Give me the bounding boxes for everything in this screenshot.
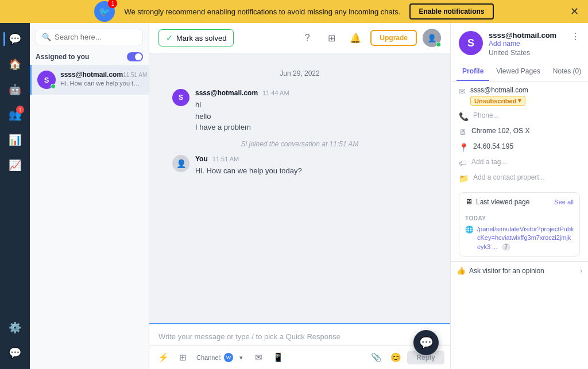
avatar-letter: S <box>44 76 49 84</box>
last-viewed-body: TODAY 🌐 /panel/simulateVisitor?projectPu… <box>459 211 579 256</box>
bot-icon: 🤖 <box>9 83 21 96</box>
conv-name: ssss@hotmail.com <box>60 71 123 79</box>
phone-detail-content: Phone... <box>473 111 580 119</box>
browser-detail-row: 🖥 Chrome 102, OS X <box>459 127 580 137</box>
page-visit-row: 🌐 /panel/simulateVisitor?projectPublicKe… <box>465 225 574 251</box>
property-detail-row: 📁 Add a contact propert... <box>459 173 580 183</box>
sidebar-item-reports[interactable]: 📊 <box>3 129 26 152</box>
detail-email-value: ssss@hotmail.com <box>470 86 580 94</box>
enable-notifications-button[interactable]: Enable notifications <box>409 3 493 20</box>
assigned-toggle[interactable] <box>127 52 143 61</box>
message-text: hi hello I have a problem <box>195 99 427 133</box>
property-placeholder[interactable]: Add a contact propert... <box>473 173 580 181</box>
property-detail-content: Add a contact propert... <box>473 173 580 181</box>
tag-detail-row: 🏷 Add a tag... <box>459 158 580 168</box>
bell-button[interactable]: 🔔 <box>346 29 365 47</box>
tab-notes[interactable]: Notes (0) <box>547 63 587 81</box>
format-button[interactable]: ⊞ <box>175 349 191 366</box>
profile-avatar: S <box>459 31 483 55</box>
ask-opinion-row[interactable]: 👍 Ask visitor for an opinion › <box>451 261 588 279</box>
agent-message-meta: You 11:51 AM <box>195 155 427 163</box>
mark-solved-button[interactable]: ✓ Mark as solved <box>158 29 234 46</box>
date-divider: Jun 29, 2022 <box>172 69 427 77</box>
notification-banner: 🐦 1 We strongly recommend enabling notif… <box>0 0 588 23</box>
dropdown-arrow-icon: ▾ <box>518 97 521 104</box>
ip-detail-content: 24.60.54.195 <box>473 142 580 150</box>
sidebar-item-analytics[interactable]: 📈 <box>3 154 26 177</box>
subscription-text: Unsubscribed <box>474 98 516 104</box>
page-url: /panel/simulateVisitor?projectPublicKey=… <box>477 225 574 251</box>
sidebar-item-chat[interactable]: 💬 <box>3 28 26 51</box>
reports-icon: 📊 <box>9 134 21 146</box>
last-viewed-icon: 🖥 <box>465 197 473 206</box>
tag-placeholder[interactable]: Add a tag... <box>471 158 580 166</box>
agent-avatar: 👤 <box>172 155 189 172</box>
sms-channel-button[interactable]: 📱 <box>270 349 286 366</box>
chat-icon: 💬 <box>9 33 21 45</box>
email-channel-button[interactable]: ✉ <box>250 349 266 366</box>
see-all-link[interactable]: See all <box>554 199 574 205</box>
folder-icon: 📁 <box>459 174 469 183</box>
tag-icon: 🏷 <box>459 158 467 168</box>
banner-text: We strongly recommend enabling notificat… <box>124 7 400 16</box>
agent-message-content: You 11:51 AM Hi. How can we help you tod… <box>195 155 427 177</box>
conv-avatar: S <box>37 71 56 89</box>
channel-icon: W <box>224 353 233 362</box>
lightning-button[interactable]: ⚡ <box>155 349 171 366</box>
main-layout: 💬 🏠 🤖 👥 1 📊 📈 ⚙️ 💬 🔍 <box>0 23 588 369</box>
thumbs-up-icon: 👍 <box>457 266 466 275</box>
channel-dropdown-button[interactable]: ▾ <box>235 352 247 363</box>
check-icon: ✓ <box>166 33 173 42</box>
url-text: /panel/simulateVisitor?projectPublicKey=… <box>477 226 574 250</box>
sidebar-item-helpchat[interactable]: 💬 <box>3 341 26 364</box>
close-banner-button[interactable]: ✕ <box>570 5 579 18</box>
help-button[interactable]: ? <box>298 29 316 47</box>
message-sender: ssss@hotmail.com <box>195 89 258 97</box>
phone-placeholder[interactable]: Phone... <box>473 111 580 119</box>
message-content: ssss@hotmail.com 11:44 AM hi hello I hav… <box>195 89 427 133</box>
profile-more-button[interactable]: ⋮ <box>571 31 580 42</box>
tab-viewed-pages[interactable]: Viewed Pages <box>490 63 546 81</box>
upgrade-button[interactable]: Upgrade <box>370 30 417 46</box>
msg-line-3: I have a problem <box>195 122 427 133</box>
profile-header: S ssss@hotmail.com Add name United State… <box>451 23 588 63</box>
search-box[interactable]: 🔍 <box>36 29 143 45</box>
channel-text: Channel: <box>196 354 222 361</box>
conv-search-header: 🔍 <box>30 23 149 49</box>
contacts-badge: 1 <box>16 106 24 114</box>
sidebar-item-settings[interactable]: ⚙️ <box>3 316 26 339</box>
tab-profile[interactable]: Profile <box>457 63 489 81</box>
add-name-link[interactable]: Add name <box>489 40 565 48</box>
phone-detail-row: 📞 Phone... <box>459 111 580 121</box>
visitor-avatar: S <box>172 89 189 106</box>
agent-message-time: 11:51 AM <box>212 156 239 162</box>
search-icon: 🔍 <box>42 33 51 41</box>
sidebar-item-contacts[interactable]: 👥 1 <box>3 103 26 126</box>
arrow-right-icon: › <box>580 267 582 275</box>
profile-country: United States <box>489 49 565 57</box>
msg-line-1: hi <box>195 99 427 111</box>
chat-header: ✓ Mark as solved ? ⊞ 🔔 Upgrade 👤 <box>149 23 450 53</box>
chat-messages: Jun 29, 2022 S ssss@hotmail.com 11:44 AM… <box>149 53 450 323</box>
sidebar-item-home[interactable]: 🏠 <box>3 53 26 76</box>
conversation-item[interactable]: S ssss@hotmail.com 11:51 AM Hi. How can … <box>30 65 149 95</box>
home-icon: 🏠 <box>9 58 21 71</box>
search-input[interactable] <box>55 33 137 41</box>
right-panel-tabs: Profile Viewed Pages Notes (0) ··· <box>451 63 588 81</box>
user-avatar-icon: 👤 <box>427 34 436 42</box>
attach-button[interactable]: 📎 <box>368 349 384 366</box>
agent-message-text: Hi. How can we help you today? <box>195 165 427 177</box>
input-toolbar: ⚡ ⊞ Channel: W ▾ ✉ 📱 📎 😊 Reply <box>149 346 450 369</box>
message-input-placeholder[interactable]: Write your message or type / to pick a Q… <box>149 324 450 346</box>
toggle-knob <box>135 53 142 60</box>
channel-label: Channel: W ▾ <box>196 352 247 363</box>
email-detail-row: ✉ ssss@hotmail.com Unsubscribed ▾ <box>459 86 580 106</box>
emoji-button[interactable]: 😊 <box>388 349 404 366</box>
location-icon: 📍 <box>459 143 469 152</box>
last-viewed-title-row: 🖥 Last viewed page <box>465 197 529 206</box>
message-group-visitor: S ssss@hotmail.com 11:44 AM hi hello I h… <box>172 89 427 133</box>
sidebar-item-bot[interactable]: 🤖 <box>3 78 26 101</box>
page-visit-icon: 🌐 <box>465 226 474 234</box>
layout-button[interactable]: ⊞ <box>322 29 341 47</box>
conv-info: ssss@hotmail.com 11:51 AM Hi. How can we… <box>60 71 143 87</box>
